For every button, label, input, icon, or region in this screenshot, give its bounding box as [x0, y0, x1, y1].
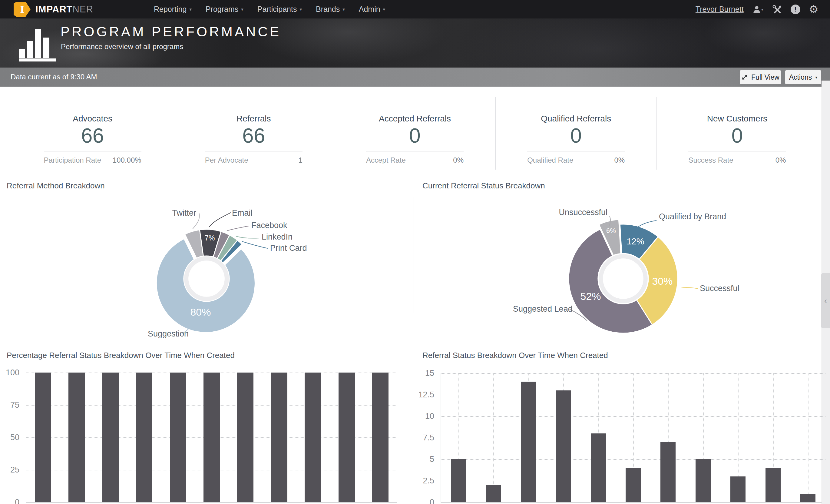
y-axis-labels: 0255075100: [0, 373, 22, 502]
kpi-sub-value: 0%: [614, 156, 625, 164]
menu-admin[interactable]: Admin ▾: [359, 5, 385, 13]
chart-title-count-over-time: Referral Status Breakdown Over Time When…: [422, 351, 608, 360]
bar[interactable]: [68, 373, 85, 502]
kpi-sub-label: Success Rate: [688, 156, 733, 164]
impartner-logo-icon: I: [13, 2, 31, 17]
chevron-down-icon: ▾: [815, 75, 817, 80]
bar[interactable]: [591, 434, 606, 502]
donut-percent-label: 30%: [652, 275, 673, 287]
y-axis-labels: 02.557.51012.515: [411, 373, 437, 502]
y-axis-tick-label: 7.5: [423, 433, 434, 442]
person-icon: [752, 5, 761, 14]
kpi-value: 66: [173, 125, 334, 146]
slice-label-successful: Successful: [700, 284, 739, 293]
bar[interactable]: [661, 442, 676, 502]
label-leader-line: [242, 242, 268, 248]
settings-button[interactable]: ⚙: [809, 4, 819, 15]
panel-collapse-handle[interactable]: ‹: [821, 273, 830, 328]
y-axis-tick-label: 75: [10, 401, 20, 410]
divider: [527, 151, 625, 152]
slice-label-email: Email: [232, 209, 253, 218]
y-axis-tick-label: 50: [10, 433, 20, 442]
bar[interactable]: [556, 390, 571, 502]
exclamation-icon: !: [794, 5, 796, 13]
bar[interactable]: [271, 373, 287, 502]
kpi-sub-label: Qualified Rate: [527, 156, 573, 164]
y-axis-tick-label: 2.5: [423, 476, 434, 485]
kpi-title: Qualified Referrals: [496, 114, 657, 124]
slice-label-facebook: Facebook: [251, 221, 287, 230]
slice-label-unsuccessful: Unsuccessful: [559, 208, 607, 217]
label-leader-line: [227, 226, 249, 231]
horizontal-divider: [25, 345, 818, 345]
menu-reporting[interactable]: Reporting ▾: [154, 5, 192, 13]
y-axis-tick-label: 15: [425, 369, 434, 378]
kpi-accepted-referrals: Accepted Referrals 0 Accept Rate 0%: [334, 97, 495, 169]
referral-method-donut-chart: 7%80% Twitter Email Facebook LinkedIn Pr…: [0, 194, 414, 345]
chevron-down-icon: ▾: [299, 7, 302, 12]
brand-logo[interactable]: I IMPARTNER: [13, 2, 93, 17]
bar[interactable]: [203, 373, 220, 502]
kpi-sub-value: 1: [298, 156, 302, 164]
bar[interactable]: [237, 373, 253, 502]
bar[interactable]: [486, 485, 501, 502]
bar[interactable]: [339, 373, 355, 502]
full-view-button[interactable]: Full View: [740, 70, 781, 84]
actions-dropdown-button[interactable]: Actions ▾: [785, 70, 821, 84]
bar[interactable]: [521, 382, 536, 502]
donut-hole: [598, 253, 649, 304]
kpi-referrals: Referrals 66 Per Advocate 1: [173, 97, 334, 169]
top-navbar: I IMPARTNER Reporting ▾ Programs ▾ Parti…: [0, 0, 830, 19]
user-account-menu[interactable]: ▾: [752, 5, 763, 14]
kpi-value: 0: [496, 125, 657, 146]
user-name-link[interactable]: Trevor Burnett: [696, 5, 744, 13]
bar[interactable]: [170, 373, 186, 502]
y-axis-tick-label: 0: [430, 498, 434, 504]
y-axis-tick-label: 12.5: [418, 390, 434, 400]
page-title: PROGRAM PERFORMANCE: [61, 24, 281, 40]
y-axis-tick-label: 100: [6, 368, 20, 377]
y-axis-tick-label: 25: [10, 465, 20, 475]
y-axis-tick-label: 5: [430, 454, 434, 464]
kpi-sub-value: 0%: [775, 156, 786, 164]
kpi-row: Advocates 66 Participation Rate 100.00% …: [12, 97, 818, 169]
kpi-qualified-referrals: Qualified Referrals 0 Qualified Rate 0%: [496, 97, 657, 169]
navbar-right: Trevor Burnett ▾ ! ⚙: [696, 4, 819, 15]
bar[interactable]: [626, 468, 641, 502]
bar[interactable]: [766, 468, 780, 502]
y-axis-tick-label: 0: [15, 498, 20, 504]
percentage-bar-chart-plot: [26, 373, 397, 503]
tools-button[interactable]: [772, 4, 782, 14]
bar[interactable]: [136, 373, 152, 502]
wrench-screwdriver-icon: [772, 4, 782, 14]
chevron-left-icon: ‹: [824, 296, 827, 306]
bar[interactable]: [35, 373, 51, 502]
menu-brands[interactable]: Brands ▾: [316, 5, 345, 13]
menu-programs[interactable]: Programs ▾: [205, 5, 244, 13]
donut-percent-label: 52%: [580, 290, 601, 302]
bar[interactable]: [730, 476, 745, 502]
kpi-title: Referrals: [173, 114, 334, 124]
bar[interactable]: [451, 459, 466, 502]
gear-icon: ⚙: [809, 4, 819, 15]
alerts-button[interactable]: !: [791, 4, 800, 14]
slice-label-print-card: Print Card: [270, 244, 307, 253]
slice-label-qualified-by-brand: Qualified by Brand: [659, 212, 726, 221]
divider: [366, 151, 464, 152]
kpi-sub-value: 100.00%: [113, 156, 141, 164]
main-menu: Reporting ▾ Programs ▾ Participants ▾ Br…: [154, 5, 385, 13]
page-subtitle: Performance overview of all programs: [61, 42, 183, 51]
divider: [688, 151, 786, 152]
slice-label-suggestion: Suggestion: [148, 329, 189, 338]
bar[interactable]: [696, 459, 711, 502]
bar[interactable]: [102, 373, 119, 502]
chart-title-referral-method: Referral Method Breakdown: [7, 181, 105, 190]
chevron-down-icon: ▾: [761, 7, 763, 12]
label-leader-line: [209, 213, 231, 227]
donut-percent-label: 6%: [606, 227, 616, 234]
bar[interactable]: [305, 373, 321, 502]
referral-status-donut-chart: 6%12%30%52% Unsuccessful Qualified by Br…: [417, 194, 829, 345]
bar[interactable]: [800, 494, 816, 502]
bar[interactable]: [372, 373, 388, 502]
menu-participants[interactable]: Participants ▾: [257, 5, 302, 13]
